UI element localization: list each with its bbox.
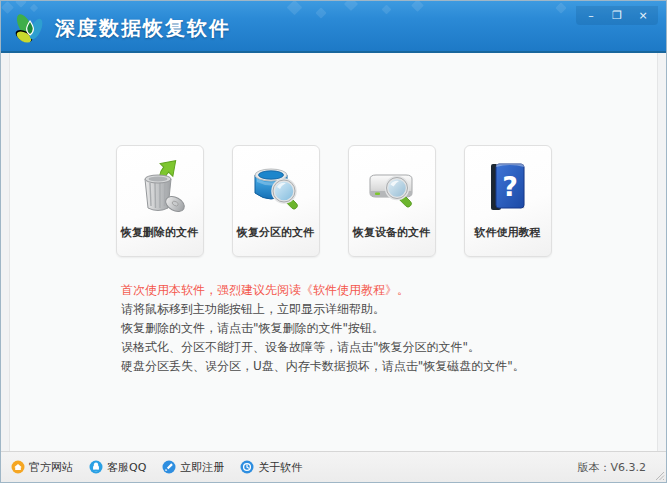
- status-bar: 官方网站 客服QQ 立即注册: [1, 451, 666, 482]
- recover-deleted-files-button[interactable]: 恢复删除的文件: [116, 145, 204, 257]
- app-window: 深度数据恢复软件 – ❐ ×: [0, 0, 667, 483]
- help-line: 误格式化、分区不能打开、设备故障等，请点击"恢复分区的文件"。: [121, 338, 525, 357]
- main-content: 恢复删除的文件: [1, 53, 666, 453]
- recover-device-files-button[interactable]: 恢复设备的文件: [348, 145, 436, 257]
- official-website-link[interactable]: 官方网站: [11, 460, 73, 475]
- first-use-warning: 首次使用本软件，强烈建议先阅读《软件使用教程》。: [121, 281, 525, 300]
- about-software-link[interactable]: 关于软件: [240, 460, 302, 475]
- help-line: 请将鼠标移到主功能按钮上，立即显示详细帮助。: [121, 300, 525, 319]
- tutorial-book-icon: ?: [476, 155, 540, 219]
- decor-diamond: [344, 0, 358, 11]
- restore-button[interactable]: ❐: [606, 8, 628, 23]
- customer-service-qq-label: 客服QQ: [107, 460, 146, 475]
- version-label: 版本：V6.3.2: [577, 460, 646, 475]
- decor-diamond: [382, 5, 392, 15]
- partition-search-icon: [244, 155, 308, 219]
- trash-recover-icon: [128, 155, 192, 219]
- software-tutorial-button[interactable]: ? 软件使用教程: [464, 145, 552, 257]
- svg-text:?: ?: [502, 171, 518, 202]
- minimize-button[interactable]: –: [580, 8, 602, 23]
- decor-diamond: [555, 2, 566, 13]
- title-bar: 深度数据恢复软件 – ❐ ×: [1, 1, 666, 53]
- official-website-label: 官方网站: [29, 460, 73, 475]
- register-now-link[interactable]: 立即注册: [162, 460, 224, 475]
- decor-diamond: [1, 1, 14, 14]
- home-icon: [11, 460, 25, 474]
- action-card-row: 恢复删除的文件: [1, 145, 666, 257]
- card-label: 恢复分区的文件: [237, 225, 314, 240]
- card-label: 软件使用教程: [475, 225, 541, 240]
- about-icon: [240, 460, 254, 474]
- register-icon: [162, 460, 176, 474]
- app-logo-icon: [14, 9, 48, 47]
- card-label: 恢复删除的文件: [121, 225, 198, 240]
- about-software-label: 关于软件: [258, 460, 302, 475]
- help-line: 硬盘分区丢失、误分区，U盘、内存卡数据损坏，请点击"恢复磁盘的文件"。: [121, 357, 525, 376]
- decor-diamond: [315, 7, 326, 18]
- customer-service-qq-link[interactable]: 客服QQ: [89, 460, 146, 475]
- help-text-block: 首次使用本软件，强烈建议先阅读《软件使用教程》。 请将鼠标移到主功能按钮上，立即…: [121, 281, 525, 376]
- decor-diamond: [287, 0, 303, 15]
- decor-diamond: [411, 0, 424, 12]
- device-search-icon: [360, 155, 424, 219]
- close-button[interactable]: ×: [632, 8, 654, 23]
- help-line: 恢复删除的文件，请点击"恢复删除的文件"按钮。: [121, 319, 525, 338]
- qq-icon: [89, 460, 103, 474]
- app-title: 深度数据恢复软件: [55, 15, 231, 42]
- card-label: 恢复设备的文件: [353, 225, 430, 240]
- register-now-label: 立即注册: [180, 460, 224, 475]
- resize-grip[interactable]: [655, 471, 665, 481]
- recover-partition-files-button[interactable]: 恢复分区的文件: [232, 145, 320, 257]
- window-controls: – ❐ ×: [576, 6, 658, 25]
- decor-diamond: [15, 0, 26, 8]
